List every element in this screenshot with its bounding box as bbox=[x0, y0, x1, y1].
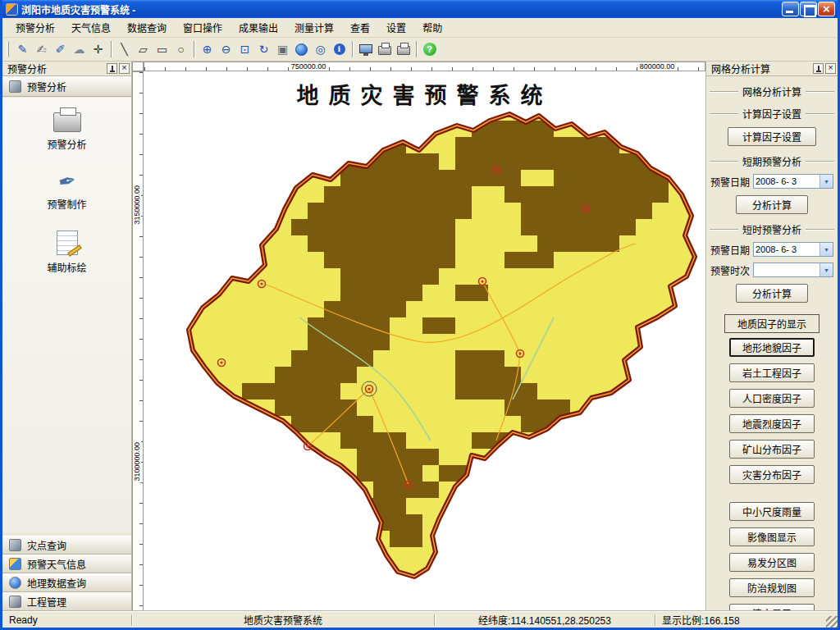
left-panel-header: 预警分析 bbox=[2, 62, 131, 76]
close-button[interactable] bbox=[818, 2, 835, 16]
menu-item-help[interactable]: 帮助 bbox=[414, 18, 450, 37]
zoom-in-icon[interactable]: ⊕ bbox=[198, 40, 217, 58]
resize-grip[interactable] bbox=[826, 616, 838, 628]
group-label: 地理数据查询 bbox=[27, 576, 86, 590]
group-disaster-query[interactable]: 灾点查询 bbox=[2, 536, 131, 555]
factor-button-stack: 地形地貌因子 岩土工程因子 人口密度因子 地震烈度因子 矿山分布因子 灾害分布因… bbox=[706, 335, 838, 487]
short-term-analyze-button[interactable]: 分析计算 bbox=[736, 195, 808, 214]
notepad-icon bbox=[57, 231, 78, 255]
short-time-analyze-button[interactable]: 分析计算 bbox=[736, 284, 808, 303]
export-image-icon[interactable] bbox=[356, 40, 375, 58]
status-document: 地质灾害预警系统 bbox=[132, 614, 434, 627]
group-label: 预警天气信息 bbox=[27, 557, 86, 571]
section-label: 短期预警分析 bbox=[738, 154, 806, 168]
printer-icon-shape bbox=[397, 46, 410, 55]
meso-scale-rainfall-button[interactable]: 中小尺度雨量 bbox=[729, 502, 815, 521]
menu-item-result-output[interactable]: 成果输出 bbox=[231, 18, 286, 37]
draw-line-icon[interactable]: ╲ bbox=[115, 40, 134, 58]
monitor-icon-shape bbox=[359, 44, 372, 53]
pick-icon[interactable]: ✐ bbox=[51, 40, 70, 58]
short-time-session-select[interactable] bbox=[753, 262, 833, 277]
group-label: 灾点查询 bbox=[27, 538, 66, 552]
disaster-query-icon bbox=[9, 539, 21, 551]
move-icon[interactable]: ✛ bbox=[89, 40, 107, 58]
nav-item-auxiliary-plotting[interactable]: 辅助标绘 bbox=[2, 231, 131, 274]
edit-map-icon[interactable]: ✎ bbox=[13, 40, 32, 58]
menu-item-weather-info[interactable]: 天气信息 bbox=[63, 18, 119, 37]
geotech-factor-button[interactable]: 岩土工程因子 bbox=[729, 363, 815, 382]
draw-polygon-icon[interactable]: ▱ bbox=[134, 40, 153, 58]
disaster-distribution-factor-button[interactable]: 灾害分布因子 bbox=[729, 465, 815, 484]
terrain-factor-button[interactable]: 地形地貌因子 bbox=[729, 338, 815, 357]
layers-icon[interactable]: ▣ bbox=[273, 40, 292, 58]
globe-icon[interactable] bbox=[292, 40, 311, 58]
group-bar-label: 预警分析 bbox=[27, 80, 66, 94]
zoom-extent-icon[interactable]: ◎ bbox=[311, 40, 330, 58]
group-project-management[interactable]: 工程管理 bbox=[2, 592, 131, 611]
print-icon[interactable] bbox=[394, 40, 413, 58]
calc-factor-settings-button[interactable]: 计算因子设置 bbox=[728, 127, 816, 146]
chevron-down-icon[interactable] bbox=[819, 263, 833, 276]
seismic-intensity-factor-button[interactable]: 地震烈度因子 bbox=[729, 414, 815, 433]
app-icon bbox=[6, 3, 18, 16]
print-preview-icon[interactable] bbox=[375, 40, 394, 58]
printer-icon-shape bbox=[378, 46, 391, 55]
menu-item-warning-analysis[interactable]: 预警分析 bbox=[7, 18, 63, 37]
maximize-button[interactable] bbox=[800, 2, 817, 16]
susceptibility-zoning-button[interactable]: 易发分区图 bbox=[729, 553, 815, 572]
map-view[interactable]: 地质灾害预警系统 bbox=[144, 71, 705, 611]
nav-item-label: 预警制作 bbox=[47, 197, 86, 211]
ruler-label: 800000.00 bbox=[638, 62, 677, 71]
image-display-button[interactable]: 影像图显示 bbox=[729, 527, 815, 546]
status-bar: Ready 地质灾害预警系统 经纬度:114.140551,28.250253 … bbox=[2, 611, 838, 628]
short-time-date-select[interactable]: 2008- 6- 3 bbox=[753, 242, 833, 257]
minimize-button[interactable] bbox=[782, 2, 799, 16]
section-short-time-analysis: 短时预警分析 bbox=[710, 222, 834, 236]
toolbar-grip[interactable] bbox=[7, 42, 9, 57]
short-term-date-select[interactable]: 2008- 6- 3 bbox=[753, 174, 833, 189]
menu-item-window-operations[interactable]: 窗口操作 bbox=[175, 18, 231, 37]
right-panel-close-button[interactable] bbox=[825, 63, 836, 74]
help-icon[interactable] bbox=[420, 40, 439, 58]
short-time-session-label: 预警时次 bbox=[710, 263, 753, 277]
zoom-out-icon[interactable]: ⊖ bbox=[217, 40, 235, 58]
menu-item-measure-calc[interactable]: 测量计算 bbox=[286, 18, 342, 37]
left-panel: 预警分析 预警分析 预警分析 ✒ 预警制作 辅助标绘 bbox=[2, 62, 132, 611]
toolbar-separator bbox=[194, 41, 194, 57]
left-panel-pin-button[interactable] bbox=[107, 63, 117, 74]
menu-item-view[interactable]: 查看 bbox=[342, 18, 378, 37]
info-icon-shape bbox=[334, 43, 345, 55]
zoom-refresh-icon[interactable]: ↻ bbox=[254, 40, 273, 58]
chevron-down-icon[interactable] bbox=[819, 243, 833, 256]
pen-icon: ✒ bbox=[56, 169, 78, 194]
nav-item-warning-production[interactable]: ✒ 预警制作 bbox=[2, 171, 131, 211]
section-label: 网格分析计算 bbox=[738, 84, 806, 98]
nav-item-warning-analysis[interactable]: 预警分析 bbox=[2, 112, 131, 151]
zoom-window-icon[interactable]: ⊡ bbox=[235, 40, 254, 58]
mine-distribution-factor-button[interactable]: 矿山分布因子 bbox=[729, 440, 815, 459]
help-icon-shape bbox=[423, 43, 436, 56]
group-geo-data-query[interactable]: 地理数据查询 bbox=[2, 573, 131, 592]
group-label: 工程管理 bbox=[27, 595, 66, 609]
chevron-down-icon[interactable] bbox=[819, 175, 833, 188]
stamp-icon[interactable]: ✍ bbox=[32, 40, 51, 58]
menu-item-data-query[interactable]: 数据查询 bbox=[119, 18, 175, 37]
short-time-date-label: 预警日期 bbox=[710, 243, 753, 257]
info-icon[interactable] bbox=[330, 40, 349, 58]
left-panel-close-button[interactable] bbox=[119, 63, 130, 74]
short-time-session-value bbox=[754, 263, 819, 276]
population-density-factor-button[interactable]: 人口密度因子 bbox=[729, 389, 815, 408]
warning-analysis-group-bar[interactable]: 预警分析 bbox=[2, 76, 131, 97]
short-time-date-value: 2008- 6- 3 bbox=[754, 243, 819, 256]
map-canvas[interactable] bbox=[144, 71, 705, 611]
group-warning-weather-info[interactable]: 预警天气信息 bbox=[2, 555, 131, 573]
workspace: 预警分析 预警分析 预警分析 ✒ 预警制作 辅助标绘 bbox=[2, 62, 838, 611]
menu-item-settings[interactable]: 设置 bbox=[378, 18, 414, 37]
draw-rect-icon[interactable]: ▭ bbox=[153, 40, 171, 58]
right-panel-pin-button[interactable] bbox=[813, 63, 824, 74]
draw-ellipse-icon[interactable]: ○ bbox=[171, 40, 190, 58]
misc-button-stack: 中小尺度雨量 影像图显示 易发分区图 防治规划图 清空显示 bbox=[706, 499, 838, 626]
nav-item-label: 预警分析 bbox=[47, 137, 86, 151]
prevention-planning-button[interactable]: 防治规划图 bbox=[729, 578, 815, 597]
cloud-icon[interactable]: ☁ bbox=[70, 40, 89, 58]
